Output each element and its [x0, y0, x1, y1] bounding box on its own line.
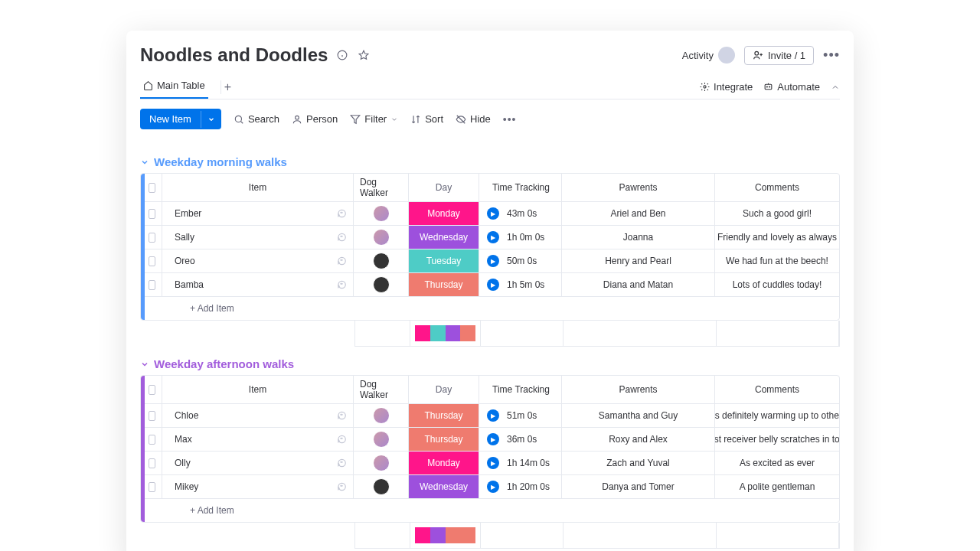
add-item-label[interactable]: + Add Item: [162, 499, 839, 522]
day-cell[interactable]: Thursday: [409, 273, 479, 296]
table-row[interactable]: Oreo Tuesday ▶ 50m 0s Henry and Pearl We…: [141, 249, 839, 273]
invite-button[interactable]: Invite / 1: [744, 46, 814, 65]
day-cell[interactable]: Thursday: [409, 404, 479, 427]
add-item-label[interactable]: + Add Item: [162, 297, 839, 320]
walker-cell[interactable]: [354, 428, 409, 451]
item-cell[interactable]: Olly: [162, 452, 354, 474]
table-row[interactable]: Max Thursday ▶ 36m 0s Roxy and Alex Best…: [141, 428, 839, 452]
col-day[interactable]: Day: [409, 376, 479, 403]
filter-button[interactable]: Filter: [350, 113, 398, 125]
table-row[interactable]: Sally Wednesday ▶ 1h 0m 0s Joanna Friend…: [141, 226, 839, 249]
tab-main-table[interactable]: Main Table: [140, 75, 208, 99]
table-row[interactable]: Bamba Thursday ▶ 1h 5m 0s Diana and Mata…: [141, 273, 839, 297]
checkbox[interactable]: [149, 233, 155, 243]
time-tracking-cell[interactable]: ▶ 1h 14m 0s: [479, 452, 562, 474]
comments-cell[interactable]: Lots of cuddles today!: [715, 273, 839, 296]
automate-button[interactable]: Automate: [763, 81, 820, 93]
group-header[interactable]: Weekday afternoon walks: [140, 357, 840, 370]
integrate-button[interactable]: Integrate: [700, 81, 753, 93]
day-cell[interactable]: Monday: [409, 452, 479, 474]
add-tab-button[interactable]: +: [220, 80, 234, 94]
checkbox[interactable]: [149, 458, 155, 468]
pawrents-cell[interactable]: Roxy and Alex: [562, 428, 715, 451]
play-icon[interactable]: ▶: [487, 433, 499, 445]
item-cell[interactable]: Oreo: [162, 249, 354, 272]
play-icon[interactable]: ▶: [487, 255, 499, 267]
walker-cell[interactable]: [354, 202, 409, 225]
pawrents-cell[interactable]: Joanna: [562, 226, 715, 249]
comments-cell[interactable]: We had fun at the beech!: [715, 249, 839, 272]
chat-icon[interactable]: [336, 458, 347, 468]
chat-icon[interactable]: [336, 279, 347, 290]
walker-cell[interactable]: [354, 404, 409, 427]
hide-button[interactable]: Hide: [456, 113, 491, 125]
search-button[interactable]: Search: [234, 113, 279, 125]
time-tracking-cell[interactable]: ▶ 50m 0s: [479, 249, 562, 272]
day-cell[interactable]: Monday: [409, 202, 479, 225]
add-item-row[interactable]: + Add Item: [141, 499, 839, 522]
checkbox[interactable]: [149, 280, 155, 290]
walker-cell[interactable]: [354, 249, 409, 272]
col-pawrents[interactable]: Pawrents: [562, 376, 715, 403]
info-icon[interactable]: [335, 48, 349, 62]
chevron-down-icon[interactable]: [201, 111, 221, 128]
col-item[interactable]: Item: [162, 376, 354, 403]
checkbox[interactable]: [149, 435, 155, 445]
col-track[interactable]: Time Tracking: [479, 174, 562, 201]
col-walker[interactable]: Dog Walker: [354, 376, 409, 403]
play-icon[interactable]: ▶: [487, 231, 499, 243]
comments-cell[interactable]: Best receiver belly scratches in town: [715, 428, 839, 451]
item-cell[interactable]: Ember: [162, 202, 354, 225]
item-cell[interactable]: Sally: [162, 226, 354, 249]
time-tracking-cell[interactable]: ▶ 36m 0s: [479, 428, 562, 451]
comments-cell[interactable]: Such a good girl!: [715, 202, 839, 225]
play-icon[interactable]: ▶: [487, 481, 499, 493]
add-item-row[interactable]: + Add Item: [141, 297, 839, 320]
table-row[interactable]: Olly Monday ▶ 1h 14m 0s Zach and Yuval A…: [141, 452, 839, 475]
pawrents-cell[interactable]: Diana and Matan: [562, 273, 715, 296]
toolbar-more-icon[interactable]: •••: [503, 113, 517, 126]
table-row[interactable]: Chloe Thursday ▶ 51m 0s Samantha and Guy…: [141, 404, 839, 428]
col-pawrents[interactable]: Pawrents: [562, 174, 715, 201]
item-cell[interactable]: Bamba: [162, 273, 354, 296]
col-day[interactable]: Day: [409, 174, 479, 201]
table-row[interactable]: Ember Monday ▶ 43m 0s Ariel and Ben Such…: [141, 202, 839, 226]
play-icon[interactable]: ▶: [487, 409, 499, 422]
chat-icon[interactable]: [336, 481, 347, 492]
pawrents-cell[interactable]: Henry and Pearl: [562, 249, 715, 272]
play-icon[interactable]: ▶: [487, 207, 499, 220]
time-tracking-cell[interactable]: ▶ 51m 0s: [479, 404, 562, 427]
time-tracking-cell[interactable]: ▶ 1h 20m 0s: [479, 475, 562, 498]
item-cell[interactable]: Mikey: [162, 475, 354, 498]
chat-icon[interactable]: [336, 232, 347, 243]
activity-button[interactable]: Activity: [682, 47, 735, 64]
item-cell[interactable]: Chloe: [162, 404, 354, 427]
time-tracking-cell[interactable]: ▶ 1h 0m 0s: [479, 226, 562, 249]
col-track[interactable]: Time Tracking: [479, 376, 562, 403]
star-icon[interactable]: [357, 48, 371, 62]
play-icon[interactable]: ▶: [487, 457, 499, 469]
checkbox[interactable]: [149, 385, 155, 395]
item-cell[interactable]: Max: [162, 428, 354, 451]
time-tracking-cell[interactable]: ▶ 1h 5m 0s: [479, 273, 562, 296]
time-tracking-cell[interactable]: ▶ 43m 0s: [479, 202, 562, 225]
chat-icon[interactable]: [336, 256, 347, 266]
new-item-button[interactable]: New Item: [140, 109, 221, 129]
pawrents-cell[interactable]: Danya and Tomer: [562, 475, 715, 498]
play-icon[interactable]: ▶: [487, 279, 499, 291]
sort-button[interactable]: Sort: [410, 113, 443, 125]
person-button[interactable]: Person: [292, 113, 338, 125]
comments-cell[interactable]: Friendly and lovely as always: [715, 226, 839, 249]
chat-icon[interactable]: [336, 434, 347, 445]
day-cell[interactable]: Wednesday: [409, 475, 479, 498]
collapse-icon[interactable]: [831, 83, 840, 92]
table-row[interactable]: Mikey Wednesday ▶ 1h 20m 0s Danya and To…: [141, 475, 839, 499]
pawrents-cell[interactable]: Zach and Yuval: [562, 452, 715, 474]
col-comments[interactable]: Comments: [715, 174, 839, 201]
comments-cell[interactable]: As excited as ever: [715, 452, 839, 474]
walker-cell[interactable]: [354, 226, 409, 249]
col-comments[interactable]: Comments: [715, 376, 839, 403]
checkbox[interactable]: [149, 209, 155, 219]
day-cell[interactable]: Tuesday: [409, 249, 479, 272]
checkbox[interactable]: [149, 482, 155, 492]
